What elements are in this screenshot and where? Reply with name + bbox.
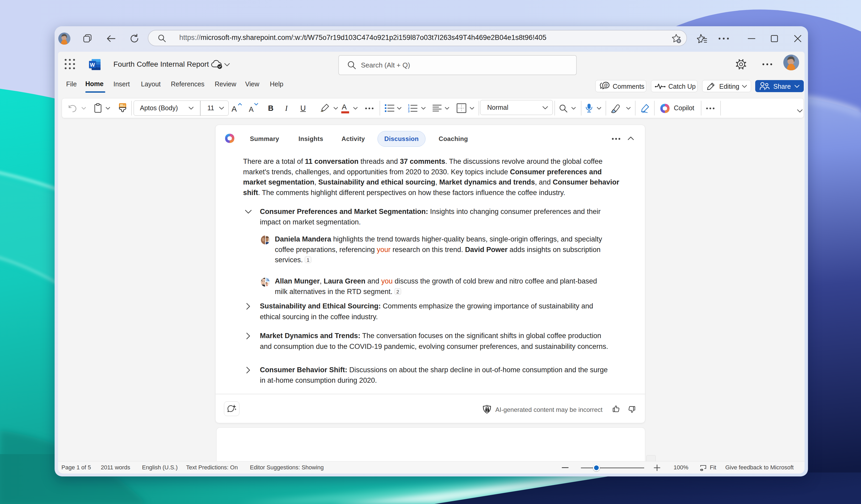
svg-text:2: 2 — [408, 107, 410, 110]
svg-text:3: 3 — [408, 110, 410, 113]
svg-text:L: L — [268, 278, 269, 281]
svg-text:1: 1 — [408, 104, 410, 107]
svg-text:W: W — [90, 62, 95, 68]
svg-text:@: @ — [604, 83, 608, 87]
